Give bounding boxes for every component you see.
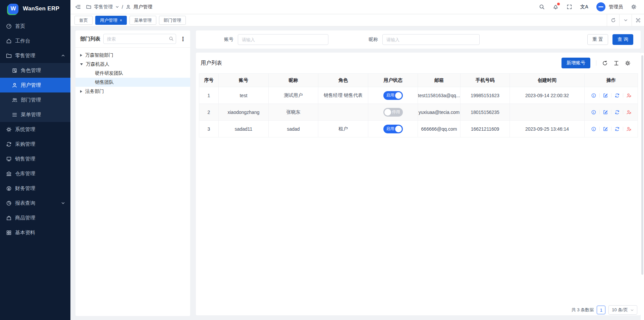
divider [611, 110, 611, 114]
tab-menu-mgmt[interactable]: 菜单管理 [129, 16, 156, 25]
sidebar-item-label: 首页 [15, 23, 25, 29]
info-icon[interactable] [591, 110, 596, 115]
cell-phone: 19985151623 [461, 87, 510, 104]
tab-label: 部门管理 [164, 17, 181, 23]
maximize-icon[interactable] [632, 14, 644, 26]
scrollbar-track[interactable] [641, 53, 644, 320]
remove-user-icon[interactable] [626, 110, 632, 115]
table-header-row: 序号 账号 昵称 角色 用户状态 邮箱 手机号码 创建时间 操作 [199, 74, 638, 87]
sidebar-item-report-query[interactable]: 报表查询 [0, 196, 70, 210]
sidebar-item-warehouse-mgmt[interactable]: 仓库管理 [0, 166, 70, 181]
app-logo: W WanSen ERP [0, 0, 70, 17]
info-icon[interactable] [591, 93, 596, 98]
sidebar-item-label: 销售管理 [15, 156, 35, 162]
department-search-input[interactable] [103, 34, 176, 44]
page-number-button[interactable]: 1 [597, 306, 605, 314]
cell-phone: 18015156235 [461, 104, 510, 121]
caret-collapsed-icon[interactable] [80, 90, 82, 93]
cell-status: 停用 [368, 104, 418, 121]
sidebar-item-sales-mgmt[interactable]: 销售管理 [0, 151, 70, 166]
sidebar-item-role-mgmt[interactable]: 角色管理 [0, 63, 70, 78]
status-toggle[interactable]: 停用 [383, 108, 403, 117]
department-tree: 万森智能部门 万森机器人 硬件研发团队 销售团队 法务部门 [75, 48, 190, 99]
department-panel-title: 部门列表 [80, 36, 100, 42]
cell-created: 2023-09-14 22:00:32 [510, 87, 585, 104]
edit-icon[interactable] [603, 110, 608, 115]
page-size-select[interactable]: 10 条/页 [608, 305, 637, 315]
current-user-name[interactable]: 管理员 [609, 4, 623, 10]
sidebar-item-label: 部门管理 [21, 97, 41, 103]
fullscreen-icon[interactable] [567, 4, 572, 10]
status-toggle[interactable]: 启用 [383, 125, 403, 133]
search-icon[interactable] [539, 4, 545, 10]
total-count-text: 共 3 条数据 [572, 307, 594, 313]
reset-password-icon[interactable] [614, 110, 620, 115]
sidebar-item-label: 工作台 [15, 38, 30, 44]
sidebar-item-retail-mgmt[interactable]: 零售管理 [0, 48, 70, 63]
tree-node-sales-team[interactable]: 销售团队 [75, 78, 190, 87]
more-options-icon[interactable] [179, 36, 187, 42]
chevron-down-icon[interactable] [115, 4, 119, 10]
query-button[interactable]: 查 询 [612, 34, 633, 45]
cell-nickname: 测试用户 [269, 87, 318, 104]
sidebar-item-finance-mgmt[interactable]: 财务管理 [0, 181, 70, 196]
account-input[interactable] [238, 34, 328, 45]
scrollbar-thumb[interactable] [641, 55, 643, 275]
avatar[interactable] [596, 2, 605, 11]
sidebar-item-purchase-mgmt[interactable]: 采购管理 [0, 137, 70, 151]
user-list-title: 用户列表 [201, 60, 222, 67]
info-icon[interactable] [591, 126, 596, 132]
tree-node-wansen-robot[interactable]: 万森机器人 [75, 60, 190, 69]
close-icon[interactable] [120, 18, 122, 22]
sidebar-item-home[interactable]: 首页 [0, 19, 70, 34]
chevron-down-icon[interactable] [619, 14, 632, 26]
sidebar-item-menu-mgmt[interactable]: 菜单管理 [0, 107, 70, 122]
sidebar-item-user-mgmt[interactable]: 用户管理 [0, 78, 70, 92]
caret-collapsed-icon[interactable] [80, 54, 82, 57]
caret-expanded-icon[interactable] [80, 63, 83, 65]
tree-node-wansen-ai[interactable]: 万森智能部门 [75, 51, 190, 60]
settings-gear-icon[interactable] [631, 4, 637, 10]
remove-user-icon[interactable] [626, 93, 632, 98]
refresh-tab-icon[interactable] [607, 14, 619, 26]
cell-actions [585, 121, 638, 137]
tree-node-legal-dept[interactable]: 法务部门 [75, 87, 190, 96]
nickname-input[interactable] [382, 34, 480, 45]
sidebar-item-dept-mgmt[interactable]: 部门管理 [0, 92, 70, 107]
row-height-icon[interactable] [613, 60, 619, 66]
collapse-sidebar-icon[interactable] [75, 4, 81, 10]
search-icon[interactable] [169, 36, 174, 43]
breadcrumb-section[interactable]: 零售管理 [94, 4, 113, 10]
translate-icon[interactable] [580, 4, 588, 10]
status-toggle[interactable]: 启用 [383, 91, 403, 100]
user-table: 序号 账号 昵称 角色 用户状态 邮箱 手机号码 创建时间 操作 1 test [199, 73, 638, 137]
sidebar-item-label: 仓库管理 [15, 171, 35, 177]
dashboard-icon [6, 23, 12, 29]
cell-email: yuxiuaa@tecia.com [418, 104, 461, 121]
remove-user-icon[interactable] [626, 126, 632, 132]
tab-user-mgmt[interactable]: 用户管理 [95, 16, 127, 25]
gear-icon [6, 127, 12, 132]
edit-icon[interactable] [603, 126, 608, 132]
divider [599, 93, 600, 98]
divider [611, 127, 611, 131]
tree-node-hardware-team[interactable]: 硬件研发团队 [75, 69, 190, 78]
sidebar-item-workbench[interactable]: 工作台 [0, 34, 70, 48]
edit-icon[interactable] [603, 93, 608, 98]
sync-icon [6, 141, 12, 147]
column-settings-gear-icon[interactable] [625, 60, 631, 66]
sidebar-item-goods-mgmt[interactable]: 商品管理 [0, 210, 70, 225]
tab-dept-mgmt[interactable]: 部门管理 [159, 16, 186, 25]
table-row: 1 test 测试用户 销售经理 销售代表 启用 test1158163a@qq… [199, 87, 638, 104]
reset-password-icon[interactable] [614, 93, 620, 98]
reset-button[interactable]: 重 置 [587, 34, 608, 45]
tab-home[interactable]: 首页 [74, 16, 93, 25]
reset-password-icon[interactable] [614, 126, 620, 132]
add-account-button[interactable]: 新增账号 [561, 58, 590, 68]
sidebar-item-system-mgmt[interactable]: 系统管理 [0, 122, 70, 137]
notification-bell-icon[interactable] [553, 4, 558, 10]
refresh-table-icon[interactable] [602, 60, 608, 66]
sidebar-item-basic-data[interactable]: 基本资料 [0, 225, 70, 240]
table-row: 2 xiaodongzhang 张晓东 停用 yuxiuaa@tecia.com… [199, 104, 638, 121]
cell-index: 3 [199, 121, 219, 137]
